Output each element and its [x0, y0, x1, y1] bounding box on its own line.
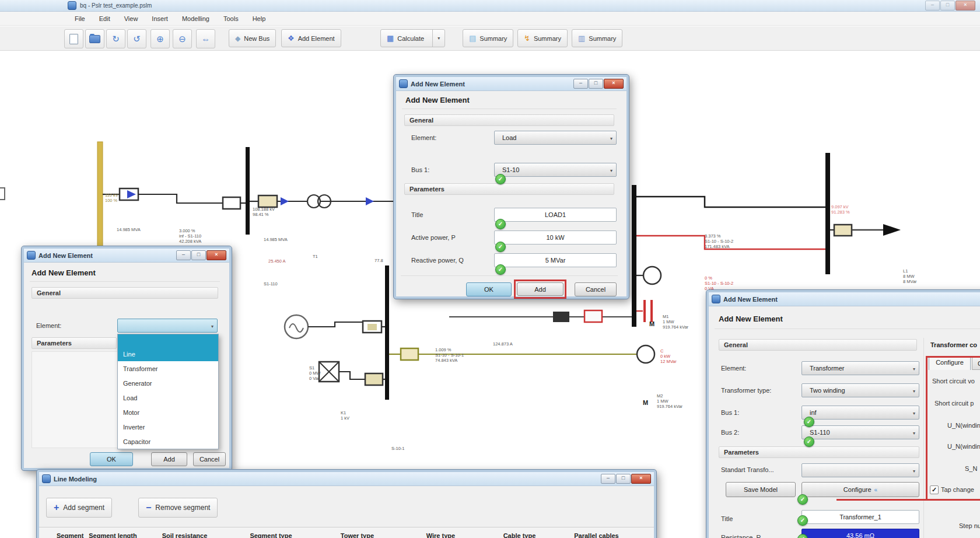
- minimize-icon[interactable]: –: [573, 79, 588, 89]
- dialog-header: Add New Element: [405, 96, 470, 104]
- general-section-header: General: [32, 287, 218, 299]
- chevron-down-icon: ▾: [913, 389, 915, 394]
- capacitor-symbol[interactable]: [643, 300, 646, 322]
- close-icon[interactable]: ×: [206, 250, 226, 260]
- bus1-combobox[interactable]: S1-10 ▾: [494, 163, 617, 177]
- calculate-dropdown-button[interactable]: ▾: [432, 30, 444, 47]
- open-file-button[interactable]: [85, 29, 104, 48]
- menu-item[interactable]: View: [117, 13, 145, 24]
- title-input[interactable]: Transformer_1: [802, 510, 919, 524]
- summary-grid-button[interactable]: ▤ Summary: [463, 29, 513, 47]
- breaker[interactable]: [223, 197, 240, 209]
- menu-item[interactable]: Modelling: [175, 13, 216, 24]
- minimize-icon[interactable]: –: [925, 1, 940, 11]
- ok-button[interactable]: OK: [466, 282, 512, 296]
- dropdown-item[interactable]: Load: [118, 390, 218, 405]
- calculate-button[interactable]: ▦ Calculate ▾: [380, 29, 445, 47]
- summary-flash-button[interactable]: ↯ Summary: [517, 29, 568, 47]
- dropdown-item[interactable]: Inverter: [118, 420, 218, 434]
- add-segment-button[interactable]: + Add segment: [46, 498, 112, 518]
- bus1-combobox[interactable]: inf ▾: [802, 406, 919, 420]
- toolbar: ↻ ↺ ⊕ ⊖ ⇔ ◆ New Bus ❖ Add Element ▦ Calc…: [0, 26, 980, 51]
- remove-segment-button[interactable]: − Remove segment: [138, 498, 218, 518]
- add-button[interactable]: Add: [517, 282, 564, 296]
- element-combobox[interactable]: Transformer ▾: [802, 361, 919, 375]
- configure-button[interactable]: Configure «: [802, 482, 919, 497]
- tab-configure[interactable]: Configure: [929, 356, 971, 370]
- transformer-type-label: Transformer type:: [721, 387, 771, 394]
- new-bus-button[interactable]: ◆ New Bus: [229, 29, 276, 47]
- bus2-combobox[interactable]: S1-110 ▾: [802, 425, 919, 439]
- close-icon[interactable]: ×: [631, 474, 651, 484]
- cancel-button[interactable]: Cancel: [575, 282, 617, 296]
- active-power-label: Active power, P: [411, 234, 456, 241]
- bus-s1-110[interactable]: [246, 147, 250, 235]
- menu-item[interactable]: Tools: [216, 13, 246, 24]
- title-input[interactable]: LOAD1: [494, 208, 617, 222]
- save-model-button[interactable]: Save Model: [726, 482, 796, 497]
- dialog-title-bar[interactable]: Add New Element – □ ×: [24, 249, 229, 263]
- menu-item[interactable]: Edit: [92, 13, 117, 24]
- resistance-input[interactable]: 43.56 mΩ: [802, 529, 919, 538]
- breaker-highlighted[interactable]: [584, 310, 602, 322]
- cancel-button[interactable]: Cancel: [193, 452, 226, 466]
- dropdown-item[interactable]: Motor: [118, 405, 218, 420]
- standard-transformer-combobox[interactable]: ▾: [802, 463, 919, 477]
- summary-chart-button[interactable]: ▥ Summary: [572, 29, 622, 47]
- transformer-type-combobox[interactable]: Two winding ▾: [802, 383, 919, 397]
- add-button[interactable]: Add: [151, 452, 187, 466]
- bus-s-10-2[interactable]: [825, 153, 830, 274]
- load-arrow-symbol[interactable]: [883, 224, 901, 236]
- dropdown-item[interactable]: Line: [118, 347, 218, 361]
- dropdown-item[interactable]: Transformer: [118, 361, 218, 376]
- dialog-title-bar[interactable]: Add New Element: [709, 292, 980, 306]
- close-icon[interactable]: ×: [956, 1, 975, 11]
- breaker[interactable]: [258, 195, 277, 207]
- ok-button[interactable]: OK: [90, 452, 133, 466]
- breaker[interactable]: [365, 373, 383, 385]
- menu-item[interactable]: File: [68, 13, 92, 24]
- element-combobox[interactable]: Load ▾: [494, 131, 617, 145]
- reactive-power-input[interactable]: 5 MVar: [494, 253, 617, 267]
- zoom-fit-icon: ⇔: [201, 34, 210, 44]
- dialog-add-element-transformer: Add New Element Add New Element General …: [706, 290, 980, 538]
- breaker[interactable]: [401, 348, 418, 360]
- bus-s1-10[interactable]: [632, 185, 636, 327]
- bus-s-10-1[interactable]: [385, 265, 389, 400]
- maximize-icon[interactable]: □: [616, 474, 631, 484]
- chevron-down-icon: ▾: [913, 431, 915, 436]
- zoom-out-button[interactable]: ⊖: [173, 29, 192, 48]
- diagram-label: 3.000 % inf - S1-110 42.208 kVA: [179, 228, 201, 244]
- motor-m2-symbol[interactable]: [637, 345, 654, 363]
- minimize-icon[interactable]: –: [176, 250, 191, 260]
- dropdown-item[interactable]: [118, 334, 218, 347]
- dialog-title-bar[interactable]: Add New Element – □ ×: [396, 77, 626, 91]
- active-power-input[interactable]: 10 kW: [494, 230, 617, 244]
- breaker[interactable]: [834, 225, 852, 236]
- maximize-icon[interactable]: □: [191, 250, 206, 260]
- motor-m1-symbol[interactable]: [643, 267, 661, 284]
- undo-button[interactable]: ↺: [127, 29, 146, 48]
- element-combobox[interactable]: ▾: [117, 319, 218, 333]
- general-section-header: General: [719, 339, 917, 351]
- zoom-in-button[interactable]: ⊕: [150, 29, 170, 48]
- tab-next[interactable]: Con: [972, 357, 980, 370]
- add-segment-label: Add segment: [63, 504, 104, 512]
- add-element-button[interactable]: ❖ Add Element: [281, 29, 341, 47]
- tap-changer-checkbox[interactable]: ✓: [930, 485, 939, 494]
- minimize-icon[interactable]: –: [601, 474, 615, 484]
- breaker[interactable]: [553, 312, 569, 322]
- new-file-button[interactable]: [64, 29, 83, 48]
- dropdown-item[interactable]: Capacitor: [118, 434, 218, 449]
- zoom-fit-button[interactable]: ⇔: [196, 29, 215, 48]
- maximize-icon[interactable]: □: [589, 79, 603, 89]
- diagram-label: M: [649, 322, 654, 327]
- menu-item[interactable]: Help: [246, 13, 273, 24]
- window-title-bar[interactable]: Line Modeling – □ ×: [39, 472, 654, 486]
- open-folder-icon: [89, 35, 100, 43]
- maximize-icon[interactable]: □: [940, 1, 955, 11]
- refresh-button[interactable]: ↻: [106, 29, 125, 48]
- close-icon[interactable]: ×: [604, 79, 624, 89]
- dropdown-item[interactable]: Generator: [118, 376, 218, 390]
- menu-item[interactable]: Insert: [145, 13, 175, 24]
